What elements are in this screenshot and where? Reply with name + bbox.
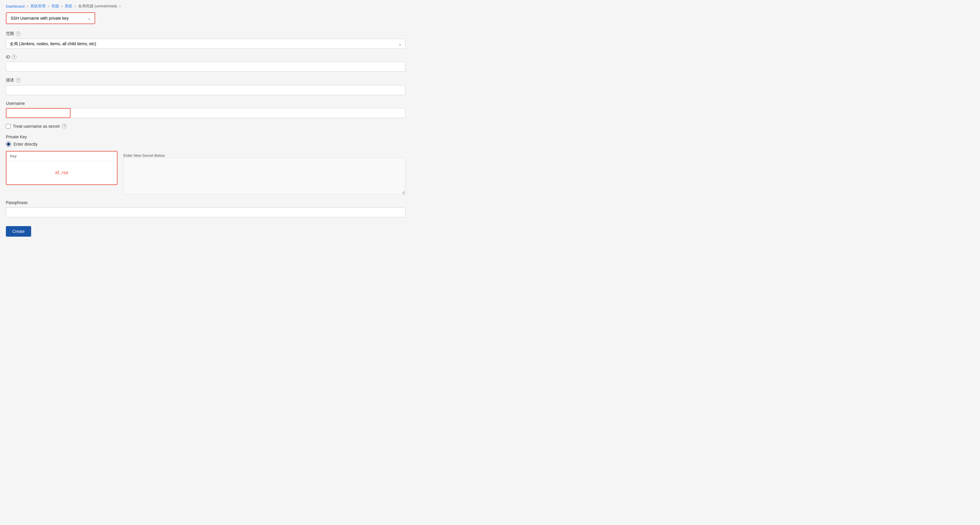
passphrase-label: Passphrase [6,200,406,205]
treat-username-label[interactable]: Treat username as secret [13,124,60,128]
enter-directly-row: Enter directly [6,141,406,147]
username-section: Username [6,101,406,118]
key-textarea-area: ↘ [123,158,406,194]
breadcrumb-sep-3: > [61,4,63,8]
scope-select-wrapper[interactable]: 全局 (Jenkins, nodes, items, all child ite… [6,39,406,49]
id-help-icon[interactable]: ? [12,55,16,59]
key-right-area: Enter New Secret Below ↘ [123,151,406,194]
username-input[interactable] [6,108,406,118]
description-section: 描述 ? [6,78,406,95]
breadcrumb-credentials[interactable]: 凭据 [51,3,59,9]
enter-new-secret-text: Enter New Secret Below [123,153,406,158]
scope-label: 范围 ? [6,31,406,36]
key-box: Key id_rsa [6,151,118,185]
id-label: ID ? [6,55,406,59]
scope-help-icon[interactable]: ? [16,32,21,36]
breadcrumb-sep-1: > [26,4,29,8]
breadcrumb-dashboard[interactable]: Dashboard [6,4,25,8]
breadcrumb-sep-5: > [119,4,121,8]
description-input[interactable] [6,85,406,95]
passphrase-input[interactable] [6,207,406,217]
description-label: 描述 ? [6,78,406,83]
scope-section: 范围 ? 全局 (Jenkins, nodes, items, all chil… [6,31,406,49]
passphrase-section: Passphrase [6,200,406,217]
id-input[interactable] [6,62,406,71]
breadcrumb-sep-2: > [47,4,49,8]
scope-select[interactable]: 全局 (Jenkins, nodes, items, all child ite… [6,39,406,49]
username-container [6,108,406,118]
private-key-label: Private Key [6,135,406,139]
key-textarea[interactable] [124,158,405,193]
private-key-section: Private Key Enter directly Key id_rsa En… [6,135,406,194]
breadcrumb-sep-4: > [74,4,76,8]
id-section: ID ? [6,55,406,71]
treat-username-help-icon[interactable]: ? [62,124,67,128]
resize-handle-icon: ↘ [402,190,404,194]
kind-selector-wrapper[interactable]: SSH Username with private key ⌄ [6,12,95,24]
key-placeholder-text: id_rsa [55,170,68,175]
breadcrumb-global: 全局凭据 (unrestricted) [78,3,117,9]
breadcrumb-system-manage[interactable]: 系统管理 [30,3,46,9]
description-help-icon[interactable]: ? [16,78,21,82]
key-area-row: Key id_rsa Enter New Secret Below ↘ [6,151,406,194]
breadcrumb: Dashboard > 系统管理 > 凭据 > 系统 > 全局凭据 (unres… [0,0,980,12]
kind-select[interactable]: SSH Username with private key [6,13,95,24]
create-button[interactable]: Create [6,226,31,237]
treat-username-row: Treat username as secret ? [6,124,406,128]
main-content: SSH Username with private key ⌄ 范围 ? 全局 … [0,12,411,248]
enter-directly-radio[interactable] [6,141,11,147]
treat-username-checkbox[interactable] [6,124,11,128]
username-label: Username [6,101,406,106]
key-box-content: id_rsa [6,161,117,184]
enter-directly-label[interactable]: Enter directly [14,142,38,146]
breadcrumb-system[interactable]: 系统 [65,3,72,9]
key-box-header: Key [6,152,117,161]
